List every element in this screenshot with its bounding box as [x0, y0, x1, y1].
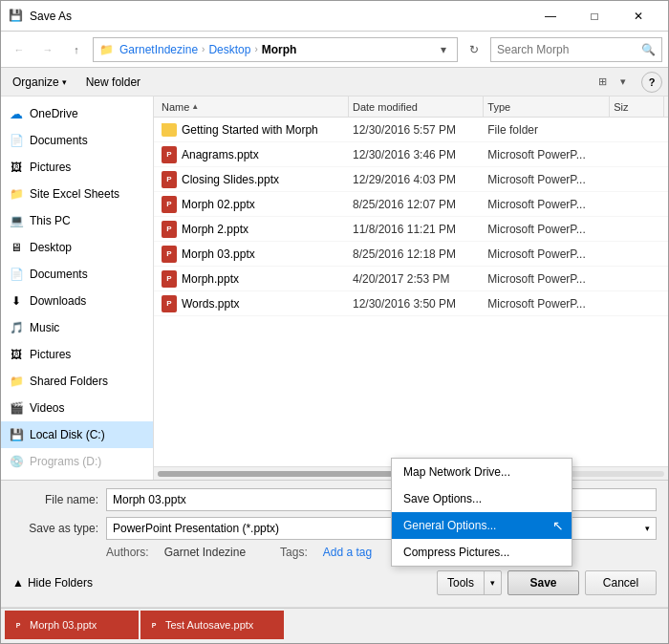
menu-item-compress-pictures[interactable]: Compress Pictures...	[392, 539, 572, 566]
file-row[interactable]: P Anagrams.pptx 12/30/2016 3:46 PM Micro…	[154, 142, 668, 167]
sidebar-item-shared[interactable]: 📁 Shared Folders	[1, 368, 153, 395]
sidebar-item-pictures2[interactable]: 🖼 Pictures	[1, 341, 153, 368]
file-row[interactable]: P Closing Slides.pptx 12/29/2016 4:03 PM…	[154, 167, 668, 192]
taskbar-item-autosave[interactable]: P Test Autosave.pptx	[140, 611, 284, 639]
pptx-icon: P	[162, 196, 177, 213]
col-date-header[interactable]: Date modified	[349, 97, 484, 117]
file-type: Microsoft PowerP...	[484, 223, 610, 236]
window-icon: 💾	[9, 9, 24, 24]
up-button[interactable]: ↑	[64, 37, 89, 62]
taskbar-item-morph[interactable]: P Morph 03.pptx	[5, 611, 139, 639]
taskbar: P Morph 03.pptx P Test Autosave.pptx	[1, 608, 668, 643]
menu-item-general-options[interactable]: General Options... ↖	[392, 512, 572, 539]
sidebar-item-documents2[interactable]: 📄 Documents	[1, 261, 153, 288]
sidebar-item-programs-d[interactable]: 💿 Programs (D:)	[1, 448, 153, 475]
sidebar-item-videos[interactable]: 🎬 Videos	[1, 395, 153, 421]
pptx-icon: P	[162, 146, 177, 163]
help-button[interactable]: ?	[641, 72, 662, 93]
breadcrumb-garnet[interactable]: GarnetIndezine	[119, 43, 198, 56]
file-row[interactable]: P Words.pptx 12/30/2016 3:50 PM Microsof…	[154, 291, 668, 316]
programs-d-icon: 💿	[9, 454, 24, 469]
save-button[interactable]: Save	[507, 570, 579, 595]
col-type-header[interactable]: Type	[484, 97, 610, 117]
col-name-header[interactable]: Name ▲	[158, 97, 349, 117]
sidebar-item-site-excel[interactable]: 📁 Site Excel Sheets	[1, 181, 153, 207]
file-name: P Closing Slides.pptx	[158, 171, 349, 188]
view-icon-1[interactable]: ⊞	[592, 72, 613, 93]
sidebar-label-site-excel: Site Excel Sheets	[30, 187, 119, 201]
view-icon-2[interactable]: ▾	[613, 72, 634, 93]
organize-button[interactable]: Organize ▾	[7, 72, 73, 93]
sidebar-item-music[interactable]: 🎵 Music	[1, 314, 153, 341]
menu-item-map-network[interactable]: Map Network Drive...	[392, 459, 572, 485]
pictures2-icon: 🖼	[9, 347, 24, 362]
local-c-icon: 💾	[9, 427, 24, 442]
pptx-icon: P	[162, 246, 177, 263]
sidebar-label-documents: Documents	[30, 134, 88, 147]
file-date: 12/29/2016 4:03 PM	[349, 173, 484, 186]
file-list: Getting Started with Morph 12/30/2016 5:…	[154, 118, 668, 466]
breadcrumb-desktop[interactable]: Desktop	[208, 43, 250, 56]
file-name: P Words.pptx	[158, 295, 349, 312]
filetype-dropdown-icon: ▾	[645, 524, 650, 533]
breadcrumb-morph: Morph	[262, 43, 297, 56]
breadcrumb-dropdown[interactable]: ▾	[436, 38, 451, 61]
maximize-button[interactable]: □	[572, 1, 616, 32]
refresh-button[interactable]: ↻	[462, 37, 486, 62]
hide-folders-button[interactable]: ▲ Hide Folders	[12, 576, 93, 590]
tools-button[interactable]: Tools ▾	[437, 570, 502, 595]
sidebar: ☁ OneDrive 📄 Documents 🖼 Pictures 📁 Site…	[1, 97, 154, 480]
file-name: P Morph 03.pptx	[158, 246, 349, 263]
address-bar: ← → ↑ 📁 GarnetIndezine › Desktop › Morph…	[1, 32, 668, 68]
file-row[interactable]: Getting Started with Morph 12/30/2016 5:…	[154, 118, 668, 142]
window-title: Save As	[30, 10, 523, 23]
pptx-icon: P	[162, 221, 177, 238]
file-row[interactable]: P Morph 03.pptx 8/25/2016 12:18 PM Micro…	[154, 242, 668, 267]
sidebar-item-desktop[interactable]: 🖥 Desktop	[1, 234, 153, 261]
new-folder-button[interactable]: New folder	[80, 72, 146, 93]
file-row[interactable]: P Morph 2.pptx 11/8/2016 11:21 PM Micros…	[154, 217, 668, 242]
videos-icon: 🎬	[9, 400, 24, 416]
taskbar-label-1: Morph 03.pptx	[30, 619, 97, 631]
bottom-buttons: ▲ Hide Folders Tools ▾ Save Cancel Map N…	[12, 567, 657, 599]
filetype-value: PowerPoint Presentation (*.pptx)	[113, 522, 279, 535]
sidebar-item-pictures[interactable]: 🖼 Pictures	[1, 154, 153, 181]
filename-input[interactable]	[106, 488, 657, 511]
file-type: Microsoft PowerP...	[484, 272, 610, 286]
cancel-button[interactable]: Cancel	[585, 570, 657, 595]
sidebar-item-local-c[interactable]: 💾 Local Disk (C:)	[1, 421, 153, 448]
sidebar-item-documents[interactable]: 📄 Documents	[1, 127, 153, 154]
authors-label: Authors:	[106, 546, 149, 559]
pictures-icon: 🖼	[9, 160, 24, 175]
main-content: ☁ OneDrive 📄 Documents 🖼 Pictures 📁 Site…	[1, 97, 668, 480]
minimize-button[interactable]: —	[529, 1, 572, 32]
file-name: P Morph 2.pptx	[158, 221, 349, 238]
file-row[interactable]: P Morph 02.pptx 8/25/2016 12:07 PM Micro…	[154, 192, 668, 217]
file-date: 8/25/2016 12:07 PM	[349, 198, 484, 211]
breadcrumb: 📁 GarnetIndezine › Desktop › Morph ▾	[93, 37, 458, 62]
breadcrumb-sep-2: ›	[254, 44, 257, 54]
sidebar-item-onedrive[interactable]: ☁ OneDrive	[1, 100, 153, 127]
sidebar-label-this-pc: This PC	[30, 214, 71, 227]
col-size-header[interactable]: Siz	[610, 97, 664, 117]
breadcrumb-sep-1: ›	[202, 44, 205, 54]
filetype-select[interactable]: PowerPoint Presentation (*.pptx) ▾	[106, 517, 657, 540]
tools-arrow-icon[interactable]: ▾	[484, 571, 501, 594]
forward-button[interactable]: →	[35, 37, 60, 62]
sidebar-item-this-pc[interactable]: 💻 This PC	[1, 207, 153, 234]
music-icon: 🎵	[9, 320, 24, 335]
file-type: Microsoft PowerP...	[484, 173, 610, 186]
file-row[interactable]: P Morph.pptx 4/20/2017 2:53 PM Microsoft…	[154, 267, 668, 291]
desktop-icon: 🖥	[9, 240, 24, 255]
file-name: P Morph 02.pptx	[158, 196, 349, 213]
search-input[interactable]	[497, 43, 641, 56]
sidebar-label-onedrive: OneDrive	[30, 107, 78, 120]
close-button[interactable]: ✕	[616, 1, 660, 32]
shared-icon: 📁	[9, 374, 24, 389]
back-button[interactable]: ←	[7, 37, 32, 62]
menu-item-save-options[interactable]: Save Options...	[392, 485, 572, 512]
sidebar-item-downloads[interactable]: ⬇ Downloads	[1, 288, 153, 314]
filename-label: File name:	[12, 493, 98, 506]
tags-add-link[interactable]: Add a tag	[323, 546, 372, 559]
file-type: File folder	[484, 123, 610, 137]
